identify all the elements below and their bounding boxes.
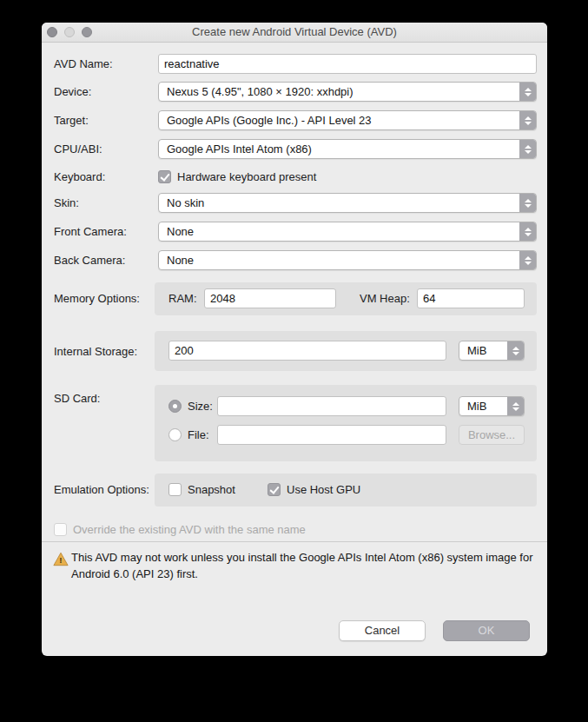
override-checkbox-row: Override the existing AVD with the same … [54, 520, 306, 540]
back-camera-select[interactable]: None [158, 250, 537, 270]
vm-heap-label: VM Heap: [360, 288, 410, 308]
front-camera-select-value: None [167, 222, 194, 241]
sd-file-radio[interactable] [168, 428, 182, 441]
skin-select-value: No skin [167, 194, 204, 212]
target-select[interactable]: Google APIs (Google Inc.) - API Level 23 [158, 110, 537, 130]
sd-size-radio-row: Size: [168, 396, 213, 416]
title-bar: Create new Android Virtual Device (AVD) [42, 23, 547, 43]
override-checkbox-label: Override the existing AVD with the same … [73, 523, 306, 536]
sd-size-radio-label: Size: [188, 400, 213, 413]
front-camera-label: Front Camera: [54, 222, 127, 242]
use-host-gpu-checkbox[interactable] [268, 483, 281, 496]
device-select-value: Nexus 5 (4.95", 1080 × 1920: xxhdpi) [167, 83, 353, 101]
sd-file-input[interactable] [217, 425, 446, 445]
vm-heap-input[interactable] [417, 288, 525, 308]
divider [42, 541, 547, 542]
select-arrows-icon[interactable] [519, 83, 536, 101]
sd-size-radio[interactable] [168, 400, 182, 413]
internal-storage-unit-select[interactable]: MiB [459, 341, 525, 361]
select-arrows-icon[interactable] [519, 251, 536, 269]
back-camera-label: Back Camera: [54, 250, 125, 270]
snapshot-checkbox-label: Snapshot [188, 483, 235, 496]
skin-label: Skin: [54, 193, 79, 213]
front-camera-select[interactable]: None [158, 222, 537, 242]
target-label: Target: [54, 110, 89, 130]
warning-text: This AVD may not work unless you install… [71, 549, 542, 582]
sd-card-panel: Size: MiB File: Browse... [155, 385, 537, 461]
cpu-abi-select[interactable]: Google APIs Intel Atom (x86) [158, 139, 537, 159]
internal-storage-input[interactable] [168, 341, 446, 361]
cpu-abi-select-value: Google APIs Intel Atom (x86) [167, 140, 312, 158]
snapshot-checkbox-row: Snapshot [168, 480, 235, 500]
target-select-value: Google APIs (Google Inc.) - API Level 23 [167, 111, 372, 129]
svg-text:!: ! [59, 555, 62, 565]
avd-dialog-window: Create new Android Virtual Device (AVD) … [42, 23, 547, 656]
select-arrows-icon[interactable] [507, 397, 524, 415]
cancel-button[interactable]: Cancel [339, 620, 426, 641]
ram-input[interactable] [204, 288, 336, 308]
window-title: Create new Android Virtual Device (AVD) [42, 23, 547, 42]
hardware-keyboard-checkbox-row: Hardware keyboard present [158, 167, 316, 187]
sd-size-unit-value: MiB [467, 397, 486, 415]
avd-name-label: AVD Name: [54, 54, 113, 74]
select-arrows-icon[interactable] [507, 341, 524, 360]
select-arrows-icon[interactable] [519, 111, 536, 129]
hardware-keyboard-checkbox-label: Hardware keyboard present [177, 170, 316, 183]
back-camera-select-value: None [167, 251, 194, 269]
memory-options-label: Memory Options: [54, 288, 140, 308]
device-label: Device: [54, 82, 91, 102]
select-arrows-icon[interactable] [519, 222, 536, 241]
use-host-gpu-checkbox-label: Use Host GPU [287, 483, 360, 496]
select-arrows-icon[interactable] [519, 194, 536, 212]
warning-icon: ! [53, 552, 69, 566]
override-checkbox [54, 523, 67, 536]
sd-file-radio-row: File: [168, 425, 209, 445]
ok-button[interactable]: OK [443, 620, 530, 641]
sd-size-unit-select[interactable]: MiB [459, 396, 525, 416]
internal-storage-label: Internal Storage: [54, 341, 137, 361]
memory-options-panel: RAM: VM Heap: [155, 282, 537, 315]
avd-name-input[interactable] [158, 54, 537, 74]
sd-file-radio-label: File: [188, 428, 209, 441]
cpu-abi-label: CPU/ABI: [54, 139, 102, 159]
emulation-options-panel: Snapshot Use Host GPU [155, 474, 537, 507]
ram-label: RAM: [168, 288, 197, 308]
sd-size-input[interactable] [217, 396, 446, 416]
sd-card-label: SD Card: [54, 388, 100, 408]
browse-button[interactable]: Browse... [459, 425, 525, 445]
select-arrows-icon[interactable] [519, 140, 536, 158]
snapshot-checkbox[interactable] [168, 483, 182, 496]
keyboard-label: Keyboard: [54, 167, 105, 187]
hardware-keyboard-checkbox[interactable] [158, 170, 171, 183]
skin-select[interactable]: No skin [158, 193, 537, 213]
emulation-options-label: Emulation Options: [54, 480, 149, 500]
internal-storage-panel: MiB [155, 331, 537, 371]
use-host-gpu-checkbox-row: Use Host GPU [268, 480, 360, 500]
internal-storage-unit-value: MiB [467, 341, 486, 360]
device-select[interactable]: Nexus 5 (4.95", 1080 × 1920: xxhdpi) [158, 82, 537, 102]
